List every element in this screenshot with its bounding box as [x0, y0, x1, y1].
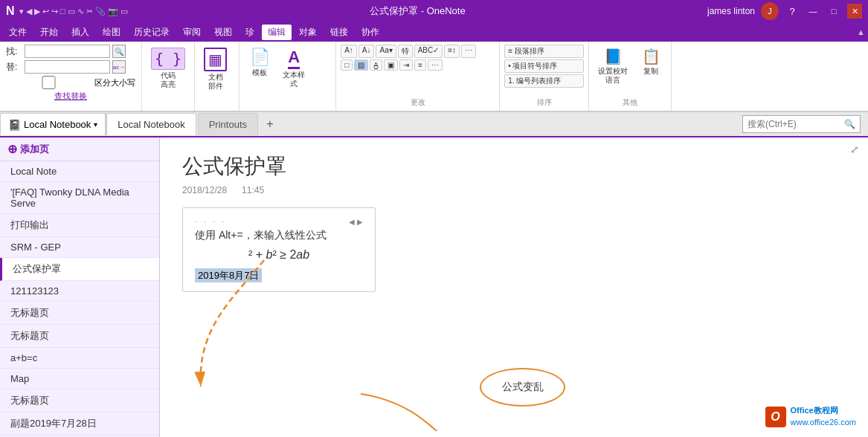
font-size-select[interactable]: Aa▾ — [376, 45, 396, 58]
menu-start[interactable]: 开始 — [34, 25, 64, 40]
menu-history[interactable]: 历史记录 — [128, 25, 176, 40]
para-sort-btn[interactable]: ≡ 段落排序 — [504, 45, 584, 58]
add-icon: ⊕ — [7, 142, 17, 156]
page-item[interactable]: Map — [0, 369, 159, 389]
add-tab-button[interactable]: + — [260, 114, 280, 135]
find-replace-link[interactable]: 查找替换 — [6, 91, 135, 102]
page-title: 公式保护罩 — [182, 152, 846, 181]
proofing-icon: 📘 — [604, 48, 623, 65]
title-bar: N ▾ ◀ ▶ ↩ ↪ □ ▭ ∿ ✂ 📎 📷 ▭ 公式保护罩 - OneNot… — [0, 0, 868, 22]
ribbon-collapse-btn[interactable]: ▲ — [857, 27, 865, 36]
more-btn[interactable]: ⋯ — [461, 45, 476, 58]
search-input[interactable] — [748, 119, 844, 129]
highlight-btn[interactable]: ▣ — [384, 59, 398, 71]
proofing-language-button[interactable]: 📘 设置校对语言 — [594, 45, 632, 88]
page-item[interactable]: 无标题页 — [0, 389, 159, 412]
expand-button[interactable]: ⤢ — [850, 143, 859, 155]
ribbon: 找: 🔍 替: ac→ 区分大小写 查找替换 { } 代码高亮 ▦ 文档部 — [0, 42, 868, 112]
note-box-dots: · · · · — [195, 217, 226, 226]
find-label: 找: — [6, 45, 22, 58]
text-parts-button[interactable]: ▦ 文档部件 — [199, 45, 231, 94]
tab-printouts[interactable]: Printouts — [198, 113, 258, 135]
notebook-selector-icon: 📓 — [8, 119, 21, 131]
sort-section: ≡ 段落排序 • 项目符号排序 1. 编号列表排序 排序 — [500, 42, 589, 111]
code-highlight-section: { } 代码高亮 — [142, 42, 195, 111]
formula-math: ² + b² ≥ 2ab — [195, 248, 363, 262]
template-button[interactable]: 📄 模板 — [244, 45, 275, 80]
close-button[interactable]: ✕ — [847, 4, 862, 19]
border-btn[interactable]: □ — [341, 59, 353, 71]
watermark-line1: Office教程网 — [791, 405, 856, 416]
office-icon: O — [765, 407, 786, 427]
menu-view[interactable]: 视图 — [208, 25, 238, 40]
font-size-decrease[interactable]: A↓ — [359, 45, 375, 58]
spellcheck-btn[interactable]: ABC✓ — [414, 45, 443, 58]
text-color-btn[interactable]: A̲ — [370, 59, 382, 71]
list-btn[interactable]: ≡ — [414, 59, 426, 71]
note-box[interactable]: · · · · ◀ ▶ 使用 Alt+=，来输入线性公式 ² + b² ≥ 2a… — [182, 207, 376, 292]
page-item[interactable]: a+b=c — [0, 348, 159, 369]
page-list: Local Note '[FAQ] Twonky DLNA Media Serv… — [0, 161, 159, 437]
menu-insert[interactable]: 插入 — [65, 25, 95, 40]
code-icon: { } — [151, 48, 185, 70]
formula-instruction: 使用 Alt+=，来输入线性公式 — [195, 229, 363, 242]
search-box[interactable]: 🔍 — [742, 115, 861, 133]
watermark-text-block: Office教程网 www.office26.com — [791, 405, 856, 428]
window-title: 公式保护罩 - OneNote — [128, 4, 707, 18]
page-item[interactable]: 无标题页 — [0, 302, 159, 325]
more2-btn[interactable]: ⋯ — [428, 59, 443, 71]
menu-extra[interactable]: 珍 — [239, 25, 260, 40]
font-size-increase[interactable]: A↑ — [341, 45, 357, 58]
shading-btn[interactable]: ▧ — [354, 59, 368, 71]
sort-label: 排序 — [504, 97, 584, 108]
menu-draw[interactable]: 绘图 — [97, 25, 126, 40]
code-highlight-button[interactable]: { } 代码高亮 — [147, 45, 190, 92]
notebook-selector-arrow: ▾ — [94, 120, 97, 129]
page-item[interactable]: '[FAQ] Twonky DLNA Media Serve — [0, 182, 159, 214]
page-item-active[interactable]: 公式保护罩 — [0, 258, 159, 281]
page-item[interactable]: Local Note — [0, 161, 159, 182]
font-special[interactable]: 特 — [398, 45, 413, 58]
menu-bar: 文件 开始 插入 绘图 历史记录 审阅 视图 珍 编辑 对象 链接 协作 ▲ — [0, 22, 868, 42]
replace-input[interactable] — [25, 60, 110, 74]
minimize-button[interactable]: — — [806, 4, 820, 19]
menu-link[interactable]: 链接 — [324, 25, 354, 40]
text-style-button[interactable]: A 文本样式 — [278, 45, 309, 91]
page-item[interactable]: SRM - GEP — [0, 237, 159, 258]
page-item[interactable]: 副题2019年7月28日 — [0, 412, 159, 436]
page-item[interactable]: 无标题页 — [0, 325, 159, 348]
page-item[interactable]: 打印输出 — [0, 214, 159, 237]
menu-object[interactable]: 对象 — [293, 25, 323, 40]
help-button[interactable]: ? — [785, 4, 800, 19]
callout-bubble: 公式变乱 — [480, 368, 565, 407]
date-highlight: 2019年8月7日 — [195, 268, 262, 282]
page-meta: 2018/12/28 11:45 — [182, 185, 846, 195]
add-page-button[interactable]: ⊕ 添加页 — [0, 137, 159, 161]
indent-btn[interactable]: ⇥ — [399, 59, 413, 71]
template-icon: 📄 — [250, 48, 270, 67]
maximize-button[interactable]: □ — [826, 4, 841, 19]
menu-edit[interactable]: 编辑 — [262, 25, 292, 40]
search-icon: 🔍 — [844, 119, 855, 129]
tabs-bar: 📓 Local Notebook ▾ Local Notebook Printo… — [0, 112, 868, 137]
bullet-sort-btn[interactable]: • 项目符号排序 — [504, 59, 584, 73]
note-box-header: · · · · ◀ ▶ — [195, 217, 363, 226]
tab-local-notebook[interactable]: Local Notebook — [106, 113, 196, 135]
menu-collab[interactable]: 协作 — [356, 25, 385, 40]
page-item[interactable]: 121123123 — [0, 281, 159, 302]
find-button[interactable]: 🔍 — [112, 45, 126, 58]
notebook-selector[interactable]: 📓 Local Notebook ▾ — [0, 113, 106, 135]
user-name: james linton — [707, 6, 755, 16]
copy-button[interactable]: 📋 复制 — [635, 45, 666, 88]
num-sort-btn[interactable]: 1. 编号列表排序 — [504, 74, 584, 88]
other-label: 其他 — [594, 97, 666, 108]
copy-icon: 📋 — [642, 48, 660, 65]
format-btn[interactable]: ≡↕ — [444, 45, 460, 58]
modify-label: 更改 — [341, 97, 495, 108]
modify-section: A↑ A↓ Aa▾ 特 ABC✓ ≡↕ ⋯ □ ▧ A̲ ▣ ⇥ ≡ ⋯ — [336, 42, 500, 111]
case-sensitive-checkbox[interactable] — [6, 76, 91, 89]
find-input[interactable] — [25, 45, 110, 58]
menu-file[interactable]: 文件 — [3, 25, 33, 40]
case-sensitive-label: 区分大小写 — [94, 77, 135, 88]
menu-review[interactable]: 审阅 — [177, 25, 207, 40]
